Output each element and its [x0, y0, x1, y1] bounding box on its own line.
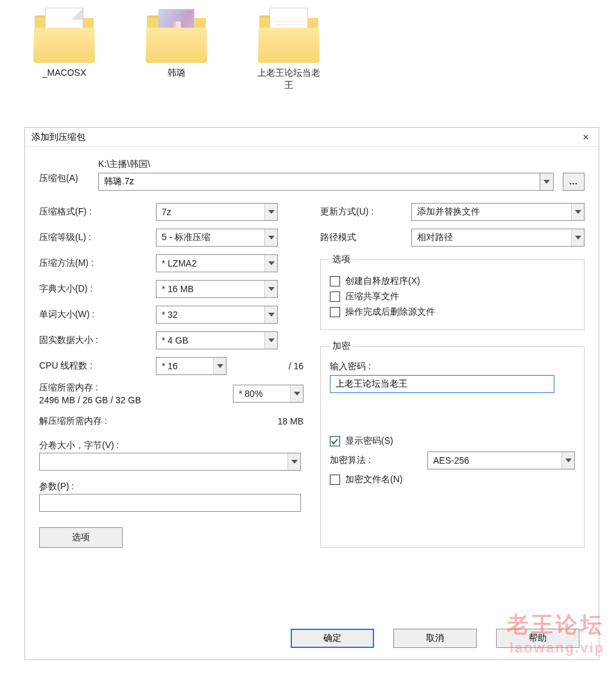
solid-label: 固实数据大小 : [39, 335, 148, 346]
cpu-combo[interactable]: * 16 [156, 357, 227, 375]
help-button[interactable]: 帮助 [496, 629, 579, 648]
archive-path-prefix: K:\主播\韩国\ [98, 159, 585, 170]
left-column: 压缩格式(F) : 7z 压缩等级(L) : 5 - 标准压缩 压缩方法(M) … [39, 202, 304, 548]
options-fieldset: 选项 创建自释放程序(X) 压缩共享文件 操作完成后删除源文件 [320, 254, 585, 330]
chevron-down-icon [264, 204, 277, 220]
split-label: 分卷大小，字节(V) : [39, 440, 304, 451]
password-input[interactable] [330, 375, 554, 393]
close-button[interactable]: × [578, 131, 594, 144]
password-label: 输入密码 : [330, 361, 575, 372]
chevron-down-icon[interactable] [540, 173, 554, 191]
chevron-down-icon [264, 229, 277, 246]
checkbox-icon [330, 307, 340, 317]
encryption-legend: 加密 [330, 340, 353, 352]
chevron-down-icon [290, 385, 303, 402]
chevron-down-icon [561, 452, 574, 469]
solid-combo[interactable]: * 4 GB [156, 331, 278, 349]
checkbox-icon [330, 292, 340, 302]
folder-laowang[interactable]: 上老王论坛当老 王 [250, 8, 327, 91]
level-combo[interactable]: 5 - 标准压缩 [156, 229, 278, 247]
archive-name-input[interactable] [98, 173, 540, 191]
method-combo[interactable]: * LZMA2 [156, 254, 278, 272]
cpu-label: CPU 线程数 : [39, 360, 148, 372]
encrypt-names-checkbox-row[interactable]: 加密文件名(N) [330, 474, 575, 485]
method-label: 压缩方法(M) : [39, 258, 148, 269]
add-to-archive-dialog: 添加到压缩包 × 压缩包(A) K:\主播\韩国\ ... 压 [24, 127, 599, 660]
dict-label: 字典大小(D) : [39, 283, 148, 295]
mem-decomp-value: 18 MB [278, 416, 304, 426]
extra-options-button[interactable]: 选项 [39, 527, 123, 548]
archive-label: 压缩包(A) [39, 159, 90, 184]
cpu-max: / 16 [289, 361, 304, 371]
chevron-down-icon [264, 281, 277, 297]
mem-decomp-label: 解压缩所需内存 : [39, 415, 148, 427]
desktop-folders: _MACOSX 韩璐 上老王论坛当老 王 [0, 0, 616, 99]
folder-label: 上老王论坛当老 王 [257, 67, 320, 91]
encryption-fieldset: 加密 输入密码 : 显示密码(S) 加密算法 : AES-256 [320, 340, 585, 548]
folder-icon [146, 8, 207, 63]
enc-method-label: 加密算法 : [330, 455, 420, 466]
options-legend: 选项 [330, 254, 353, 265]
checkbox-icon [330, 436, 340, 446]
chevron-down-icon [264, 255, 277, 272]
ok-button[interactable]: 确定 [291, 629, 374, 648]
format-label: 压缩格式(F) : [39, 206, 148, 218]
sfx-checkbox-row[interactable]: 创建自释放程序(X) [330, 275, 575, 287]
update-mode-combo[interactable]: 添加并替换文件 [411, 203, 585, 221]
pathmode-label: 路径模式 [320, 232, 404, 243]
cancel-button[interactable]: 取消 [393, 629, 477, 648]
chevron-down-icon [571, 204, 584, 220]
mem-comp-combo[interactable]: * 80% [233, 385, 304, 403]
update-label: 更新方式(U) : [320, 206, 404, 218]
pathmode-combo[interactable]: 相对路径 [411, 229, 585, 247]
checkbox-icon [330, 276, 340, 286]
titlebar: 添加到压缩包 × [25, 128, 599, 147]
enc-method-combo[interactable]: AES-256 [427, 451, 575, 469]
chevron-down-icon [287, 453, 300, 470]
chevron-down-icon [264, 306, 277, 323]
chevron-down-icon [264, 332, 277, 349]
folder-label: _MACOSX [42, 67, 86, 79]
shared-checkbox-row[interactable]: 压缩共享文件 [330, 291, 575, 302]
format-combo[interactable]: 7z [156, 203, 278, 221]
folder-icon [258, 8, 320, 63]
folder-macosx[interactable]: _MACOSX [26, 8, 103, 91]
archive-name-combo[interactable] [98, 173, 554, 191]
chevron-down-icon [213, 358, 226, 374]
dialog-title: 添加到压缩包 [31, 132, 85, 143]
folder-icon [33, 8, 95, 63]
checkbox-icon [330, 475, 340, 485]
word-combo[interactable]: * 32 [156, 306, 278, 324]
folder-hanlu[interactable]: 韩璐 [138, 8, 215, 91]
right-column: 更新方式(U) : 添加并替换文件 路径模式 相对路径 选项 [320, 202, 585, 548]
dialog-footer: 确定 取消 帮助 [25, 618, 599, 660]
dict-combo[interactable]: * 16 MB [156, 280, 278, 298]
folder-label: 韩璐 [167, 67, 185, 79]
browse-button[interactable]: ... [563, 173, 585, 191]
params-input[interactable] [39, 494, 301, 512]
mem-comp-label: 压缩所需内存 : 2496 MB / 26 GB / 32 GB [39, 382, 148, 405]
word-label: 单词大小(W) : [39, 309, 148, 320]
split-combo[interactable] [39, 453, 301, 471]
delete-src-checkbox-row[interactable]: 操作完成后删除源文件 [330, 306, 575, 318]
close-icon: × [583, 132, 588, 143]
level-label: 压缩等级(L) : [39, 232, 148, 243]
params-label: 参数(P) : [39, 481, 304, 493]
show-password-checkbox-row[interactable]: 显示密码(S) [330, 435, 575, 447]
chevron-down-icon [571, 229, 584, 246]
